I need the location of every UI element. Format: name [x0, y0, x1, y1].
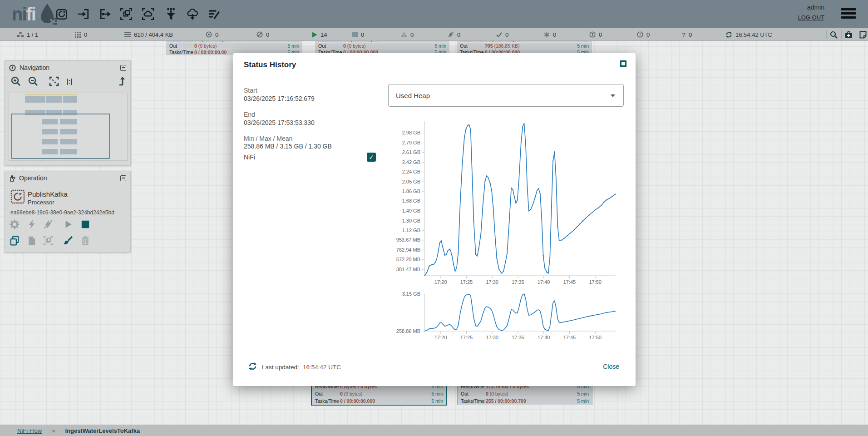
stat-row: Out0 (0 bytes)5 min — [458, 390, 592, 397]
process-group-icon[interactable] — [120, 8, 133, 20]
popout-icon[interactable] — [620, 60, 626, 67]
svg-text:2.42 GB: 2.42 GB — [402, 159, 420, 165]
color-icon[interactable] — [63, 236, 73, 246]
zoom-fit-icon[interactable] — [49, 76, 59, 87]
svg-text:2.24 GB: 2.24 GB — [402, 169, 420, 174]
processor-stamp-icon — [10, 189, 25, 204]
configure-icon[interactable] — [10, 219, 20, 229]
svg-text:17:45: 17:45 — [563, 335, 576, 340]
status-item-queued: 610 / 404.4 KB — [124, 28, 173, 41]
queued-icon — [124, 32, 131, 37]
copy-icon[interactable] — [10, 236, 20, 246]
status-history-overview-chart: 3.15 GB258.86 MB17:2017:2517:3017:3517:4… — [388, 288, 622, 344]
close-button[interactable]: Close — [603, 363, 619, 370]
status-item-up-to-date: 0 — [496, 28, 508, 41]
input-port-icon[interactable] — [77, 8, 90, 20]
stop-icon[interactable] — [80, 219, 90, 229]
group-icon[interactable] — [43, 236, 53, 246]
svg-text:953.67 MB: 953.67 MB — [396, 237, 420, 243]
status-history-dialog: Status History Start 03/26/2025 17:16:52… — [233, 53, 636, 386]
svg-text:762.94 MB: 762.94 MB — [396, 247, 420, 253]
stat-row: Out705 (186.85 KB)5 min — [457, 43, 592, 49]
svg-text:1.68 GB: 1.68 GB — [402, 198, 420, 203]
paste-icon[interactable] — [27, 236, 37, 246]
metric-dropdown[interactable]: Used Heap — [388, 84, 624, 107]
zoom-actual-icon[interactable]: |:| — [64, 76, 75, 87]
breadcrumb: NiFi Flow » IngestWaterLevelsToKafka — [0, 425, 868, 436]
refresh-time: 16:54:42 UTC — [735, 31, 772, 38]
birdseye-minimap[interactable] — [9, 93, 128, 161]
dialog-title: Status History — [244, 60, 296, 69]
stat-row: Out0 (0 bytes)5 min — [315, 43, 449, 49]
logout-link[interactable]: LOG OUT — [798, 14, 824, 21]
breadcrumb-separator: » — [52, 427, 55, 434]
breadcrumb-current: IngestWaterLevelsToKafka — [65, 427, 140, 434]
collapse-icon[interactable] — [120, 65, 126, 71]
stat-row: Out0 (0 bytes)5 min — [166, 43, 302, 49]
status-item-locally-modified: 0 — [544, 28, 556, 41]
svg-text:17:35: 17:35 — [512, 335, 524, 340]
start-icon[interactable] — [63, 219, 73, 229]
metric-dropdown-value: Used Heap — [396, 92, 430, 99]
zoom-out-icon[interactable] — [28, 76, 39, 87]
processor-icon[interactable] — [55, 8, 68, 20]
template-icon[interactable] — [186, 8, 199, 20]
remote-process-group-icon[interactable] — [142, 8, 154, 20]
processor-stats-table[interactable]: Read/Write173.75 KB / 0 bytes5 minOut0 (… — [458, 383, 592, 405]
navigation-panel-title: Navigation — [20, 64, 117, 71]
svg-text:2.05 GB: 2.05 GB — [402, 179, 420, 184]
svg-text:381.47 MB: 381.47 MB — [396, 267, 420, 272]
label-icon[interactable] — [208, 8, 221, 20]
disable-icon[interactable] — [43, 219, 53, 229]
transmitting-icon — [206, 31, 212, 38]
enable-icon[interactable] — [27, 219, 37, 229]
stat-row: Out0 (0 bytes)5 min — [312, 390, 446, 397]
selected-processor-stats-table[interactable]: Read/Write0 bytes / 0 bytes5 minOut0 (0 … — [312, 383, 446, 405]
svg-text:17:35: 17:35 — [512, 279, 524, 285]
disabled-icon — [448, 31, 454, 38]
svg-text:17:25: 17:25 — [460, 279, 473, 285]
svg-text:258.86 MB: 258.86 MB — [396, 328, 420, 334]
global-menu-icon[interactable] — [841, 8, 856, 20]
collapse-icon[interactable] — [120, 175, 126, 181]
status-item-running: 14 — [312, 28, 327, 41]
svg-text:1.49 GB: 1.49 GB — [402, 208, 420, 213]
start-label: Start — [244, 87, 257, 94]
end-label: End — [244, 111, 255, 118]
cluster-health-icon[interactable] — [845, 28, 853, 41]
refresh-status[interactable]: 16:54:42 UTC — [725, 28, 772, 41]
process-groups-icon — [75, 32, 81, 38]
end-value: 03/26/2025 17:53:53.330 — [244, 119, 315, 126]
zoom-in-icon[interactable] — [10, 76, 21, 87]
delete-icon[interactable] — [80, 236, 90, 246]
refresh-icon[interactable] — [248, 362, 257, 371]
breadcrumb-root-link[interactable]: NiFi Flow — [17, 427, 42, 434]
series-checkbox[interactable]: ✓ — [367, 153, 376, 162]
output-port-icon[interactable] — [99, 8, 112, 20]
status-item-disabled: 0 — [448, 28, 460, 41]
operation-panel-title: Operation — [19, 174, 117, 182]
svg-text:17:20: 17:20 — [434, 335, 447, 340]
stale-icon — [589, 31, 596, 38]
operation-panel: Operation PublishKafka Processor ea69ebe… — [5, 171, 131, 253]
stopped-icon — [352, 32, 358, 37]
flow-version-icon[interactable] — [859, 28, 867, 41]
drill-up-icon[interactable] — [117, 76, 128, 87]
status-item-cluster: 1 / 1 — [17, 28, 38, 41]
sync-failure-icon: ? — [682, 31, 686, 38]
svg-text:2.79 GB: 2.79 GB — [402, 140, 420, 145]
stat-row: Tasks/Time255 / 00:00:00.7095 min — [458, 397, 592, 405]
svg-text:17:50: 17:50 — [589, 279, 602, 285]
min-max-mean-label: Min / Max / Mean — [244, 135, 292, 142]
status-item-transmitting: 0 — [206, 28, 218, 41]
selected-component-type: Processor — [28, 199, 54, 206]
chevron-down-icon — [611, 94, 615, 97]
stat-row: Tasks/Time0 / 00:00:00.0005 min — [312, 397, 446, 405]
svg-text:2.98 GB: 2.98 GB — [402, 130, 420, 135]
svg-text:1.86 GB: 1.86 GB — [402, 188, 420, 194]
funnel-icon[interactable] — [164, 8, 177, 20]
running-icon — [312, 32, 317, 38]
search-icon[interactable] — [830, 28, 838, 41]
not-transmitting-icon — [256, 31, 263, 38]
status-item-process-groups: 0 — [75, 28, 87, 41]
